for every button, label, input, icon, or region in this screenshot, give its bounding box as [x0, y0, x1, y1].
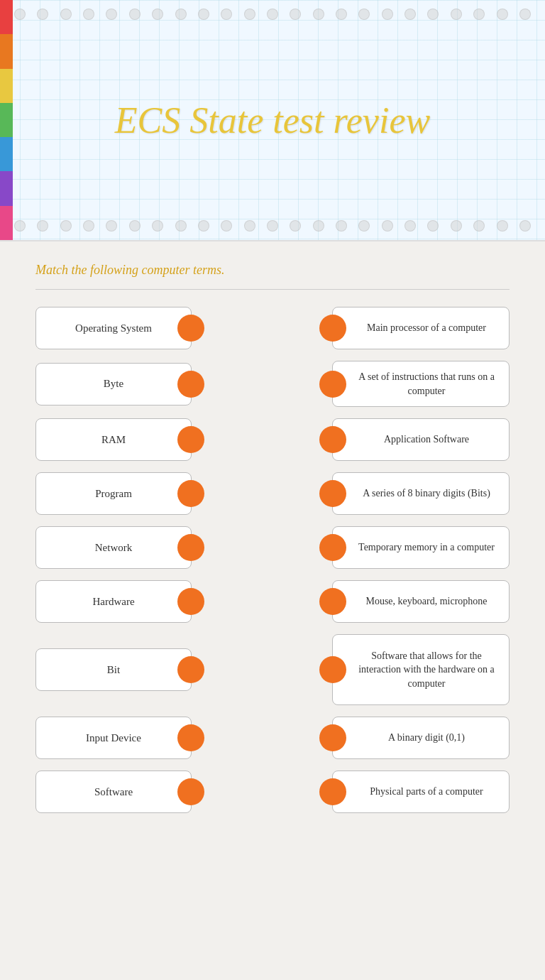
dot	[83, 220, 94, 232]
term-label: Hardware	[48, 596, 180, 608]
term-box-network[interactable]: Network	[35, 526, 192, 569]
term-label: RAM	[48, 434, 180, 446]
def-box-3[interactable]: Application Software	[332, 418, 510, 461]
dot	[37, 9, 48, 20]
term-box-bit[interactable]: Bit	[35, 648, 192, 691]
dot	[519, 220, 531, 232]
dot	[313, 9, 324, 20]
def-text: A binary digit (0,1)	[356, 731, 497, 745]
def-text: Mouse, keyboard, microphone	[356, 594, 497, 609]
def-box-5[interactable]: Temporary memory in a computer	[332, 526, 510, 569]
term-box-input-device[interactable]: Input Device	[35, 717, 192, 759]
dot	[451, 220, 462, 232]
def-box-9[interactable]: Physical parts of a computer	[332, 771, 510, 813]
dot	[404, 9, 416, 20]
dot	[37, 220, 48, 232]
match-row-8: Input Device A binary digit (0,1)	[35, 717, 510, 759]
dot	[221, 9, 232, 20]
def-box-7[interactable]: Software that allows for the interaction…	[332, 634, 510, 705]
def-box-6[interactable]: Mouse, keyboard, microphone	[332, 580, 510, 623]
def-circle[interactable]	[319, 480, 346, 507]
match-row-4: Program A series of 8 binary digits (Bit…	[35, 472, 510, 515]
def-circle[interactable]	[319, 371, 346, 398]
term-label: Operating System	[48, 322, 180, 334]
term-box-program[interactable]: Program	[35, 472, 192, 515]
term-box-ram[interactable]: RAM	[35, 418, 192, 461]
dot	[221, 220, 232, 232]
dot	[473, 9, 485, 20]
def-text: A set of instructions that runs on a com…	[356, 370, 497, 398]
dot	[427, 220, 439, 232]
term-circle[interactable]	[177, 724, 204, 751]
term-label: Program	[48, 488, 180, 500]
term-box-operating-system[interactable]: Operating System	[35, 307, 192, 349]
dot	[497, 220, 508, 232]
dot	[497, 9, 508, 20]
def-circle[interactable]	[319, 426, 346, 453]
dot	[175, 9, 187, 20]
def-circle[interactable]	[319, 315, 346, 342]
dot	[451, 9, 462, 20]
def-box-2[interactable]: A set of instructions that runs on a com…	[332, 361, 510, 407]
def-circle[interactable]	[319, 724, 346, 751]
dot	[14, 9, 26, 20]
dot	[60, 220, 72, 232]
dot	[14, 220, 26, 232]
def-text: Temporary memory in a computer	[356, 540, 497, 555]
dot	[129, 220, 141, 232]
term-circle[interactable]	[177, 315, 204, 342]
term-circle[interactable]	[177, 656, 204, 683]
def-circle[interactable]	[319, 778, 346, 805]
dot	[427, 9, 439, 20]
term-circle[interactable]	[177, 534, 204, 561]
dot	[519, 9, 531, 20]
dot	[106, 9, 117, 20]
def-text: Main processor of a computer	[356, 321, 497, 335]
dot	[106, 220, 117, 232]
term-circle[interactable]	[177, 371, 204, 398]
term-circle[interactable]	[177, 426, 204, 453]
term-circle[interactable]	[177, 480, 204, 507]
dot	[60, 9, 72, 20]
divider	[35, 289, 510, 290]
def-box-1[interactable]: Main processor of a computer	[332, 307, 510, 349]
match-row-5: Network Temporary memory in a computer	[35, 526, 510, 569]
top-dot-row	[14, 9, 531, 20]
dot	[198, 9, 209, 20]
header: ECS State test review	[0, 0, 545, 241]
dot	[244, 9, 255, 20]
term-box-hardware[interactable]: Hardware	[35, 580, 192, 623]
dot	[382, 9, 393, 20]
color-strip	[0, 0, 13, 240]
dot	[313, 220, 324, 232]
dot	[152, 9, 163, 20]
dot	[358, 220, 370, 232]
match-row-2: Byte A set of instructions that runs on …	[35, 361, 510, 407]
def-text: Physical parts of a computer	[356, 785, 497, 799]
dot	[198, 220, 209, 232]
term-circle[interactable]	[177, 778, 204, 805]
term-box-software[interactable]: Software	[35, 771, 192, 813]
term-box-byte[interactable]: Byte	[35, 363, 192, 405]
dot	[290, 9, 301, 20]
match-row-3: RAM Application Software	[35, 418, 510, 461]
def-text: A series of 8 binary digits (Bits)	[356, 486, 497, 501]
def-box-8[interactable]: A binary digit (0,1)	[332, 717, 510, 759]
dot	[358, 9, 370, 20]
def-circle[interactable]	[319, 534, 346, 561]
match-container: Operating System Main processor of a com…	[35, 307, 510, 813]
match-row-6: Hardware Mouse, keyboard, microphone	[35, 580, 510, 623]
match-row-1: Operating System Main processor of a com…	[35, 307, 510, 349]
def-circle[interactable]	[319, 656, 346, 683]
dot	[290, 220, 301, 232]
def-circle[interactable]	[319, 588, 346, 615]
dot	[267, 9, 278, 20]
term-label: Bit	[48, 664, 180, 676]
match-row-7: Bit Software that allows for the interac…	[35, 634, 510, 705]
dot	[382, 220, 393, 232]
term-circle[interactable]	[177, 588, 204, 615]
dot	[336, 9, 347, 20]
def-box-4[interactable]: A series of 8 binary digits (Bits)	[332, 472, 510, 515]
dot	[175, 220, 187, 232]
match-row-9: Software Physical parts of a computer	[35, 771, 510, 813]
